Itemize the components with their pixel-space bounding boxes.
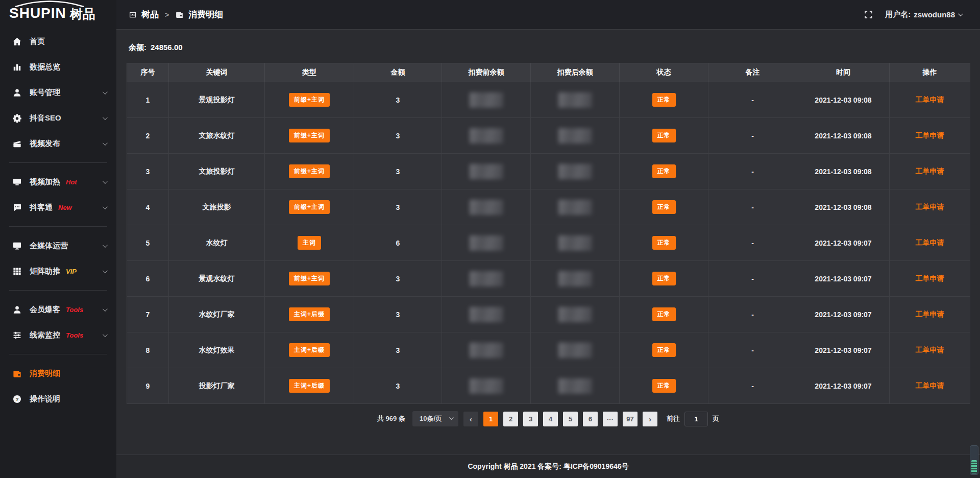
cell-amount: 3 — [354, 332, 442, 368]
fullscreen-icon[interactable] — [864, 10, 874, 20]
page-button-4[interactable]: 4 — [543, 412, 558, 426]
cell-amount: 3 — [354, 261, 442, 297]
page-button-5[interactable]: 5 — [563, 412, 578, 426]
sidebar-item-home[interactable]: 首页 — [0, 29, 116, 54]
chevron-down-icon — [103, 179, 108, 184]
table-row: 6 景观水纹灯 前缀+主词 3 正常 - 2021-12-03 09:07 工单… — [127, 261, 970, 297]
cell-keyword: 水纹灯效果 — [169, 332, 265, 368]
chevron-down-icon — [103, 140, 108, 146]
cell-balance-before — [442, 261, 531, 297]
balance-label: 余额: — [129, 43, 146, 52]
page-button-1[interactable]: 1 — [483, 412, 498, 426]
work-order-link[interactable]: 工单申请 — [916, 310, 944, 318]
cell-remark: - — [708, 189, 797, 225]
status-badge: 正常 — [652, 129, 676, 142]
page-ellipsis-button[interactable]: ··· — [603, 412, 618, 426]
sidebar-item-matrix-boost[interactable]: 矩阵助推 VIP — [0, 258, 116, 284]
page-button-6[interactable]: 6 — [583, 412, 598, 426]
col-type: 类型 — [265, 63, 354, 82]
sidebar-item-data-overview[interactable]: 数据总览 — [0, 54, 116, 80]
col-balance-after: 扣费后余额 — [531, 63, 620, 82]
cell-time: 2021-12-03 09:08 — [797, 189, 890, 225]
page-button-3[interactable]: 3 — [523, 412, 538, 426]
status-badge: 正常 — [652, 164, 676, 178]
sidebar-item-label: 线索监控 — [30, 330, 60, 340]
cell-keyword: 文旅投影灯 — [169, 154, 265, 189]
sidebar-menu: 首页 数据总览 账号管理 抖音SEO 视频发布 视频加热 Hot — [0, 29, 116, 412]
sidebar-item-omnimedia[interactable]: 全媒体运营 — [0, 233, 116, 258]
status-badge: 正常 — [652, 200, 676, 214]
table-row: 4 文旅投影 前缀+主词 3 正常 - 2021-12-03 09:08 工单申… — [127, 189, 970, 225]
floating-widget[interactable] — [970, 445, 978, 475]
next-page-button[interactable] — [643, 412, 657, 426]
sidebar-item-instructions[interactable]: ? 操作说明 — [0, 386, 116, 412]
sidebar-item-member-burst[interactable]: 会员爆客 Tools — [0, 297, 116, 322]
cell-remark: - — [708, 261, 797, 297]
cell-type: 前缀+主词 — [265, 154, 354, 189]
page-size-value: 10条/页 — [420, 414, 442, 423]
chevron-down-icon — [103, 306, 108, 312]
cell-time: 2021-12-03 09:08 — [797, 82, 890, 118]
sidebar-item-account-management[interactable]: 账号管理 — [0, 80, 116, 105]
sidebar-item-label: 会员爆客 — [30, 305, 60, 315]
censored-value — [558, 343, 592, 358]
censored-value — [558, 378, 592, 394]
page-button-97[interactable]: 97 — [623, 412, 638, 426]
breadcrumb: 树品 > 消费明细 — [129, 9, 223, 20]
sidebar-item-video-publish[interactable]: 视频发布 — [0, 131, 116, 156]
breadcrumb-root[interactable]: 树品 — [141, 9, 159, 20]
work-order-link[interactable]: 工单申请 — [916, 131, 944, 139]
user-icon — [12, 88, 22, 98]
page-size-select[interactable]: 10条/页 — [412, 411, 458, 426]
sidebar-item-douyin-seo[interactable]: 抖音SEO — [0, 105, 116, 131]
cell-balance-after — [531, 82, 620, 118]
cell-type: 主词 — [265, 225, 354, 261]
page-button-2[interactable]: 2 — [503, 412, 518, 426]
work-order-link[interactable]: 工单申请 — [916, 203, 944, 211]
sidebar-item-video-heat[interactable]: 视频加热 Hot — [0, 169, 116, 195]
sidebar-item-consumption-details[interactable]: 消费明细 — [0, 361, 116, 386]
logo-arc — [11, 0, 88, 7]
username-label: 用户名: — [885, 10, 911, 19]
work-order-link[interactable]: 工单申请 — [916, 346, 944, 354]
work-order-link[interactable]: 工单申请 — [916, 167, 944, 175]
copyright-text: Copyright 树品 2021 备案号: 粤ICP备09019646号 — [468, 462, 628, 471]
cell-balance-before — [442, 332, 531, 368]
sidebar-item-label: 视频加热 — [30, 177, 60, 187]
cell-balance-before — [442, 225, 531, 261]
cell-amount: 3 — [354, 189, 442, 225]
sidebar-item-label: 操作说明 — [30, 394, 60, 404]
work-order-link[interactable]: 工单申请 — [916, 238, 944, 247]
type-badge: 主词+后缀 — [289, 379, 330, 393]
work-order-link[interactable]: 工单申请 — [916, 381, 944, 390]
work-order-link[interactable]: 工单申请 — [916, 95, 944, 104]
cell-status: 正常 — [620, 82, 708, 118]
prev-page-button[interactable] — [463, 412, 478, 426]
cell-type: 前缀+主词 — [265, 82, 354, 118]
work-order-link[interactable]: 工单申请 — [916, 274, 944, 282]
user-menu[interactable]: 用户名: zswodun88 — [885, 10, 962, 19]
menu-tag-new: New — [58, 204, 72, 211]
cell-amount: 6 — [354, 225, 442, 261]
footer: Copyright 树品 2021 备案号: 粤ICP备09019646号 — [116, 455, 980, 478]
chevron-down-icon — [103, 204, 108, 209]
grid-icon — [12, 267, 22, 276]
table-row: 7 水纹灯厂家 主词+后缀 3 正常 - 2021-12-03 09:07 工单… — [127, 297, 970, 332]
cell-remark: - — [708, 297, 797, 332]
cell-type: 主词+后缀 — [265, 332, 354, 368]
cell-type: 主词+后缀 — [265, 297, 354, 332]
sidebar-item-lead-monitor[interactable]: 线索监控 Tools — [0, 322, 116, 348]
cell-action: 工单申请 — [890, 297, 970, 332]
cell-action: 工单申请 — [890, 261, 970, 297]
sidebar-item-douketong[interactable]: 抖客通 New — [0, 195, 116, 220]
table-row: 9 投影灯厂家 主词+后缀 3 正常 - 2021-12-03 09:07 工单… — [127, 368, 970, 404]
menu-divider — [9, 162, 107, 163]
goto-page-input[interactable] — [684, 412, 708, 426]
top-header: 树品 > 消费明细 用户名: zswodun88 — [0, 0, 980, 30]
cell-status: 正常 — [620, 332, 708, 368]
censored-value — [470, 307, 503, 322]
censored-value — [558, 307, 592, 322]
app-logo[interactable]: SHUPIN 树品 — [0, 0, 116, 23]
censored-value — [470, 92, 503, 108]
member-icon — [12, 305, 22, 315]
